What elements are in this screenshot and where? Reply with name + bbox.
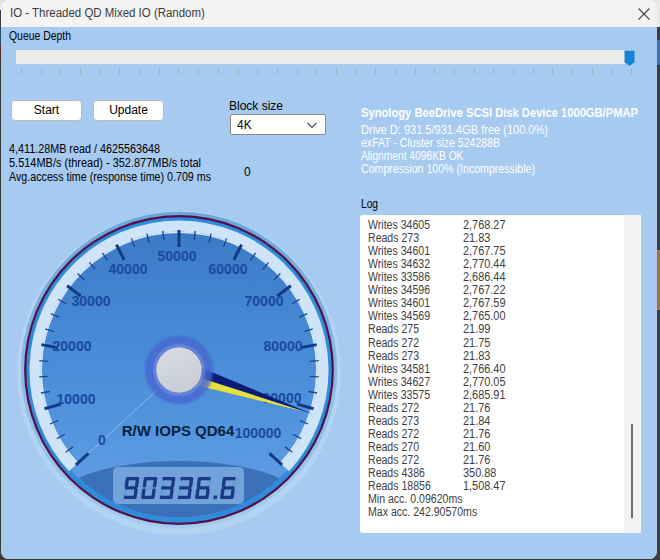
svg-text:100000: 100000 xyxy=(235,425,282,441)
svg-text:R/W IOPS QD64: R/W IOPS QD64 xyxy=(122,422,235,439)
svg-text:80000: 80000 xyxy=(264,338,303,354)
svg-text:20000: 20000 xyxy=(53,338,92,354)
svg-text:50000: 50000 xyxy=(158,248,197,264)
svg-text:40000: 40000 xyxy=(109,261,148,277)
svg-text:30000: 30000 xyxy=(72,293,111,309)
svg-text:10000: 10000 xyxy=(57,391,96,407)
svg-text:60000: 60000 xyxy=(209,261,248,277)
svg-text:70000: 70000 xyxy=(245,293,284,309)
svg-text:0: 0 xyxy=(98,432,106,448)
